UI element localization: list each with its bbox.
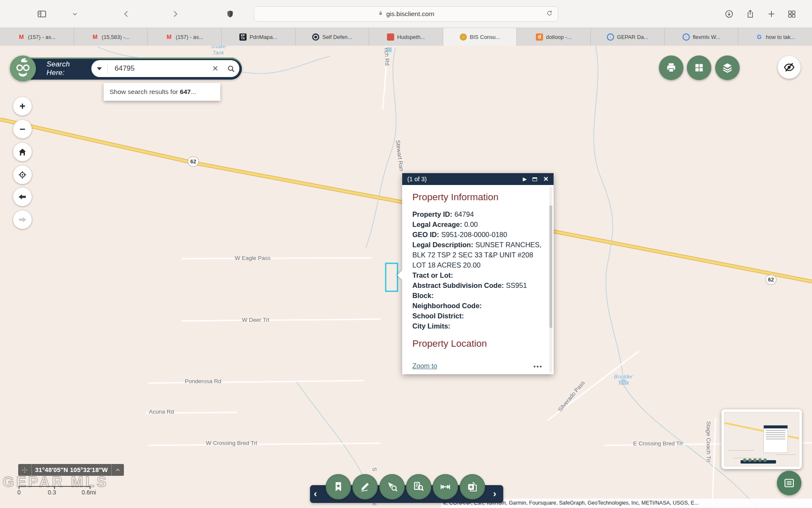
share-icon[interactable] [743,7,757,21]
previous-extent-button[interactable] [13,188,32,206]
privacy-shield-icon[interactable] [223,7,237,21]
field-city-limits: City Limits: [412,321,543,331]
overview-minimap[interactable] [721,409,802,469]
minimap-tool-dots [743,458,767,462]
document-magnifier-icon [413,481,425,493]
gmail-icon: M [18,33,25,41]
minimap-popup-thumb [763,425,788,453]
search-suggestion[interactable]: Show search results for 647... [104,83,220,101]
scale-label-mid: 0.3 [48,489,56,496]
sidebar-icon[interactable] [35,7,49,21]
search-input[interactable] [108,64,208,73]
field-school-district: School District: [412,311,543,321]
pdnmapa-icon: EPTX [239,33,247,41]
property-popup: (1 of 3) ▶ ✕ Property Information Proper… [402,173,554,374]
identify-tool-button[interactable] [379,474,405,500]
popup-more-actions-icon[interactable]: ••• [437,363,543,370]
layers-button[interactable] [715,55,740,80]
basemap-button[interactable] [687,55,711,80]
field-property-id: Property ID:64794 [412,209,543,219]
tab-label: how to tak... [766,34,795,40]
popup-scrollbar-thumb[interactable] [549,205,552,328]
address-bar[interactable]: gis.bisclient.com [254,6,558,22]
back-button[interactable] [119,7,134,21]
draw-tool-button[interactable] [352,474,378,500]
map-label-fragment-top: S [371,467,378,471]
print-button[interactable] [659,55,683,80]
tab-label: (157) - as... [28,34,55,40]
results-list-button[interactable] [777,471,801,495]
app-logo[interactable] [9,55,36,82]
lock-icon [378,10,384,18]
measure-tool-button[interactable] [433,474,458,500]
route-shield-62: 62 [188,157,199,167]
map-label-boulder-tank: BoulderTank [611,373,636,386]
tab-bis-consulting-active[interactable]: ⌂BIS Consu... [443,28,517,46]
zoom-in-button[interactable]: + [13,97,32,116]
tab-google-search[interactable]: Ghow to tak... [738,28,812,46]
search-submit-icon[interactable] [222,64,239,73]
tab-self-defense[interactable]: Self Defen... [296,28,370,46]
map-label-fragment-bottom: il [371,503,378,505]
field-neighborhood-code: Neighborhood Code: [412,301,543,311]
search-capsule: ✕ [91,60,239,77]
search-type-dropdown[interactable] [91,67,107,70]
tab-gmail-1[interactable]: M(157) - as... [0,28,74,46]
zoom-to-link[interactable]: Zoom to [412,362,437,370]
field-geo-id: GEO ID:S951-208-0000-0180 [412,229,543,240]
tab-overview-icon[interactable] [785,7,799,21]
url-text: gis.bisclient.com [386,10,434,18]
map-label-w-eagle-pass: W Eagle Pass [235,255,271,261]
home-button[interactable] [13,143,32,161]
printer-icon [665,62,677,74]
minimap-content [724,412,799,467]
tab-pdnmapa[interactable]: EPTXPdnMapa... [222,28,296,46]
collapse-coordinates-icon[interactable] [112,464,124,476]
coordinate-badge: 31°48′05″N 105°32′18″W [18,464,124,476]
forward-button[interactable] [168,7,182,21]
popup-section-title-location: Property Location [412,338,543,349]
flexmls-icon: ↑ [683,33,690,41]
tab-flexmls[interactable]: ↑flexmls W... [665,28,739,46]
map-label-e-crossing-bred-trl: E Crossing Bred Trl [633,440,683,447]
reload-icon[interactable] [546,10,553,18]
tab-label: BIS Consu... [470,34,500,40]
map-label-stage-coach-trl: Stage Coach Trl [705,421,712,462]
field-tract-or-lot: Tract or Lot: [412,270,543,280]
tab-gmail-2[interactable]: M(15,583) -... [74,28,148,46]
move-coordinates-icon[interactable] [18,464,31,476]
google-icon: G [756,33,763,41]
toolbar-prev-icon[interactable]: ‹ [314,489,317,499]
bis-icon: ⌂ [460,33,467,41]
map-label-ranch-rd: nch Rd [383,47,390,66]
toolbar-next-icon[interactable]: › [493,489,496,499]
map-label-w-deer-trl: W Deer Trl [242,317,269,323]
next-extent-button[interactable] [13,210,32,229]
hide-ui-button[interactable] [778,56,801,79]
new-tab-icon[interactable] [764,7,779,21]
add-layer-tool-button[interactable] [460,474,485,500]
chevron-down-icon[interactable] [70,7,80,21]
zoom-out-button[interactable]: − [13,120,32,138]
record-search-tool-button[interactable] [406,474,431,500]
search-label: Search Here: [47,60,86,77]
browser-toolbar: gis.bisclient.com [0,0,812,28]
popup-header[interactable]: (1 of 3) ▶ ✕ [402,173,554,185]
popup-close-icon[interactable]: ✕ [543,175,549,183]
tab-hudspeth[interactable]: Hudspeth... [369,28,443,46]
tab-label: dotloop -... [546,34,571,40]
tab-label: Self Defen... [322,34,352,40]
route-shield-62-east: 62 [765,275,776,285]
downloads-icon[interactable] [722,7,736,21]
bookmarks-tool-button[interactable] [326,474,351,500]
tab-gepar[interactable]: ↑GEPAR Da... [591,28,665,46]
tab-dotloop[interactable]: ddotloop -... [517,28,591,46]
popup-maximize-icon[interactable] [532,177,537,181]
locate-button[interactable] [13,166,32,184]
map-label-ponderosa-rd: Ponderosa Rd [185,378,221,384]
clear-search-icon[interactable]: ✕ [208,64,222,73]
popup-next-icon[interactable]: ▶ [523,176,527,182]
measure-icon [439,481,451,493]
arrow-left-icon [17,192,27,202]
tab-gmail-3[interactable]: M(157) - as... [148,28,222,46]
